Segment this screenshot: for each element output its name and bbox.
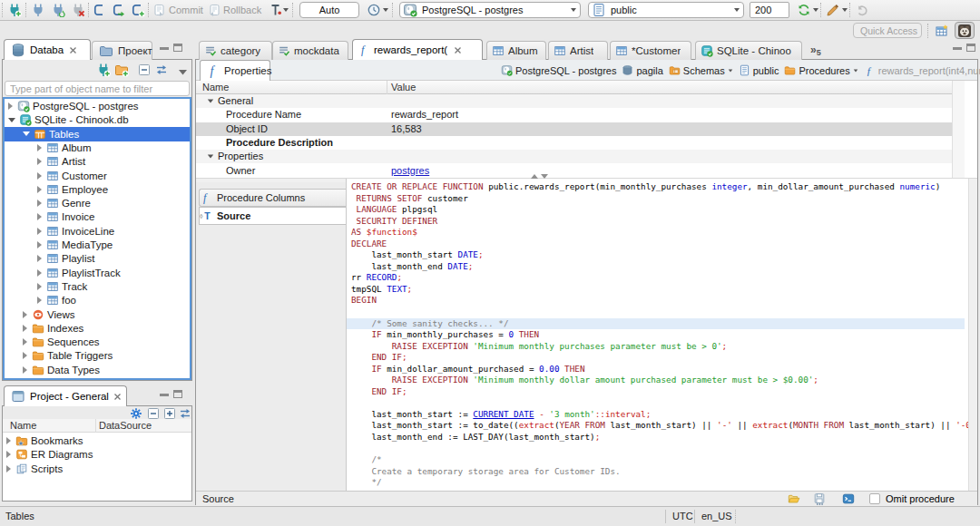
brush-caret-icon[interactable] [842, 8, 848, 12]
tree-collapsed-arrow-icon[interactable] [37, 144, 42, 151]
editor-tab-mockdata[interactable]: mockdata [272, 41, 348, 60]
side-tab-procedure-columns[interactable]: fProcedure Columns [199, 189, 346, 207]
tree-collapsed-arrow-icon[interactable] [37, 186, 42, 193]
tree-expanded-arrow-icon[interactable] [23, 132, 30, 136]
tree-item-track[interactable]: Track [5, 279, 190, 294]
link-editor-icon[interactable] [154, 63, 169, 77]
tab-overflow-chevron[interactable]: »5 [810, 44, 821, 57]
tree-item-table-triggers[interactable]: Table Triggers [5, 348, 190, 363]
tree-item-indexes[interactable]: Indexes [5, 321, 190, 336]
tree-item-invoiceline[interactable]: InvoiceLine [5, 224, 190, 239]
breadcrumb-caret-icon[interactable] [853, 69, 858, 72]
editor-tab-rewards-report-[interactable]: frewards_report( [352, 39, 483, 60]
close-icon[interactable] [454, 46, 462, 54]
collapse-all-icon[interactable] [137, 63, 152, 77]
grid-header-name[interactable]: Name [202, 82, 229, 93]
tree-collapsed-arrow-icon[interactable] [37, 297, 42, 304]
tree-collapsed-arrow-icon[interactable] [8, 102, 13, 110]
maximize-editor-icon[interactable] [966, 44, 975, 52]
undo-icon[interactable] [855, 3, 869, 17]
minimize-panel-icon[interactable] [160, 47, 169, 50]
tree-collapsed-arrow-icon[interactable] [37, 213, 42, 220]
save-icon[interactable] [813, 492, 826, 505]
commit-mode-combo[interactable]: Auto [299, 2, 359, 18]
tree-item-tables[interactable]: Tables [5, 127, 190, 141]
rollback-button[interactable]: Rollback [223, 5, 261, 15]
tree-item-playlisttrack[interactable]: PlaylistTrack [5, 266, 190, 280]
minimize-panel-icon[interactable] [160, 394, 169, 396]
dbeaver-perspective-button[interactable] [955, 22, 975, 39]
transaction-history-icon[interactable] [367, 3, 381, 17]
commit-button[interactable]: Commit [169, 5, 203, 15]
reconnect-icon[interactable] [51, 3, 65, 17]
tree-collapsed-arrow-icon[interactable] [37, 269, 42, 277]
maximize-panel-icon[interactable] [173, 44, 182, 52]
side-tab-source[interactable]: ◊TSource [199, 207, 346, 225]
panel-new-folder-icon[interactable] [114, 63, 129, 77]
property-row-procedure-name[interactable]: Procedure Namerewards_report [196, 108, 952, 122]
tree-item-album[interactable]: Album [5, 141, 190, 155]
refresh-caret-icon[interactable] [813, 8, 818, 12]
refresh-icon[interactable] [797, 3, 811, 17]
column-header-name[interactable]: Name [10, 420, 36, 431]
editor-tab-category[interactable]: category [199, 41, 272, 60]
breadcrumb-item-procedures[interactable]: Procedures [784, 64, 858, 76]
tree-collapsed-arrow-icon[interactable] [37, 172, 42, 180]
minimize-editor-icon[interactable] [953, 47, 962, 50]
project-item-er-diagrams[interactable]: ER Diagrams [3, 447, 191, 462]
tree-collapsed-arrow-icon[interactable] [23, 338, 27, 346]
source-editor[interactable]: CREATE OR REPLACE FUNCTION public.reward… [346, 179, 968, 491]
view-menu-icon[interactable] [176, 65, 191, 80]
editor-tab-artist[interactable]: Artist [548, 41, 608, 60]
sql-editor-icon[interactable] [93, 3, 107, 17]
tree-collapsed-arrow-icon[interactable] [23, 311, 27, 318]
tree-collapsed-arrow-icon[interactable] [37, 255, 42, 262]
tree-collapsed-arrow-icon[interactable] [37, 241, 42, 248]
connect-icon[interactable] [31, 3, 45, 17]
property-value-link[interactable]: postgres [391, 165, 429, 176]
property-row-properties[interactable]: Properties [196, 150, 952, 163]
breadcrumb-item-postgresql-postgres[interactable]: PostgreSQL - postgres [501, 64, 616, 76]
close-icon[interactable] [69, 46, 77, 54]
tree-item-employee[interactable]: Employee [5, 182, 190, 197]
status-timezone[interactable]: UTC [672, 511, 693, 521]
breadcrumb-item-rewards-report-int4-numeric-[interactable]: frewards_report(int4,numeric) [864, 64, 980, 76]
editor-tab--customer[interactable]: *Customer [610, 41, 691, 60]
console-icon[interactable] [842, 492, 855, 505]
property-row-procedure-description[interactable]: Procedure Description [196, 136, 952, 150]
tree-item-artist[interactable]: Artist [5, 154, 190, 169]
tree-item-postgresql-postgres[interactable]: PostgreSQL - postgres [5, 99, 190, 113]
tree-item-data-types[interactable]: Data Types [5, 363, 190, 377]
tab-database[interactable]: Databa [4, 39, 91, 60]
property-row-general[interactable]: General [196, 94, 952, 108]
tree-collapsed-arrow-icon[interactable] [23, 366, 27, 374]
sql-editor-new-icon[interactable] [131, 3, 145, 17]
tree-collapsed-arrow-icon[interactable] [6, 437, 11, 444]
breadcrumb-caret-icon[interactable] [728, 69, 732, 72]
property-row-owner[interactable]: Ownerpostgres [196, 164, 952, 178]
breadcrumb-item-public[interactable]: public [739, 64, 779, 76]
group-expanded-arrow-icon[interactable] [208, 155, 213, 159]
open-perspective-icon[interactable] [935, 24, 949, 38]
close-icon[interactable] [113, 393, 122, 401]
tab-project-general[interactable]: Project - General [4, 385, 127, 406]
transaction-log-icon[interactable] [269, 3, 283, 17]
tree-collapsed-arrow-icon[interactable] [23, 325, 27, 332]
group-expanded-arrow-icon[interactable] [208, 100, 213, 103]
tree-item-genre[interactable]: Genre [5, 196, 190, 210]
grid-scrollbar[interactable] [952, 81, 965, 178]
schema-combo[interactable]: public [588, 2, 744, 18]
tab-properties[interactable]: f Properties [200, 60, 270, 81]
fetch-size-input[interactable]: 200 [750, 2, 789, 18]
editor-tab-album[interactable]: Album [486, 41, 546, 60]
editor-tab-sqlite-chinoo[interactable]: SQLite - Chinoo [695, 41, 802, 60]
column-header-datasource[interactable]: DataSource [99, 420, 152, 431]
sql-editor-open-icon[interactable] [112, 3, 126, 17]
commit-icon[interactable] [152, 3, 167, 17]
project-item-bookmarks[interactable]: Bookmarks [3, 433, 191, 448]
tree-item-sequences[interactable]: Sequences [5, 335, 190, 349]
grid-header-value[interactable]: Value [391, 82, 416, 93]
connection-combo[interactable]: PostgreSQL - postgres [399, 2, 581, 18]
breadcrumb-item-schemas[interactable]: Schemas [669, 64, 733, 76]
quick-access-input[interactable]: Quick Access [853, 23, 922, 38]
